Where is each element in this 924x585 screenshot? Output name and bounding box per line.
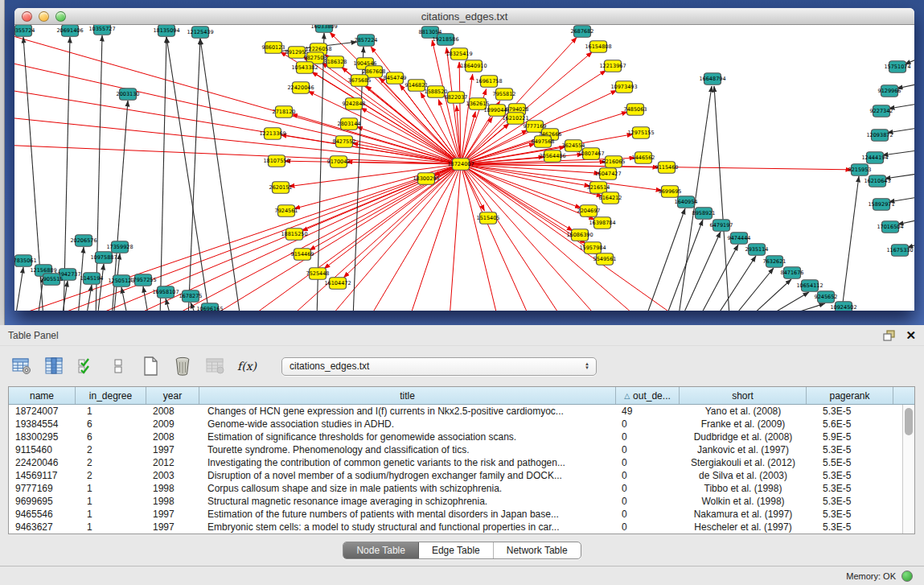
graph-node[interactable]: 9355724 xyxy=(14,25,35,36)
graph-node[interactable]: 10975887 xyxy=(90,252,117,264)
graph-node[interactable]: 9154469 xyxy=(291,249,314,261)
graph-node[interactable]: 16104472 xyxy=(324,278,351,290)
graph-node[interactable]: 12093872 xyxy=(866,130,893,142)
graph-node[interactable]: 5905515 xyxy=(40,274,64,286)
graph-node[interactable]: 8215953 xyxy=(848,164,872,176)
minimize-button[interactable] xyxy=(39,11,49,22)
graph-node[interactable]: 6216065 xyxy=(602,156,626,168)
tab-network-table[interactable]: Network Table xyxy=(494,542,581,558)
graph-node[interactable]: 12213369 xyxy=(259,128,285,140)
graph-node[interactable]: 20206576 xyxy=(70,235,97,247)
graph-node[interactable]: 3675685 xyxy=(348,75,372,87)
network-window-titlebar[interactable]: citations_edges.txt xyxy=(14,8,914,25)
graph-node[interactable]: 16086390 xyxy=(566,229,593,241)
graph-node[interactable]: 9474444 xyxy=(728,233,751,245)
vertical-scrollbar[interactable] xyxy=(902,405,914,534)
graph-node[interactable]: 2204697 xyxy=(577,205,601,217)
row-height-icon[interactable] xyxy=(108,356,129,377)
graph-node[interactable]: 9227342 xyxy=(870,105,893,117)
graph-node[interactable]: 12444194 xyxy=(861,152,888,164)
graph-node[interactable]: 8186328 xyxy=(324,56,347,68)
graph-node[interactable]: 16961758 xyxy=(475,76,502,88)
column-header-year[interactable]: year xyxy=(146,387,199,404)
graph-node[interactable]: 9699695 xyxy=(659,186,682,198)
graph-node[interactable]: 15751074 xyxy=(884,61,910,73)
graph-node[interactable]: 16648794 xyxy=(699,73,725,85)
graph-node[interactable]: 16047427 xyxy=(594,168,621,180)
column-header-pagerank[interactable]: pagerank xyxy=(807,387,893,404)
table-row[interactable]: 1456911722003Disruption of a novel membe… xyxy=(9,469,914,482)
graph-node[interactable]: 1446562 xyxy=(632,152,655,164)
graph-node[interactable]: 10355727 xyxy=(88,25,115,35)
select-rows-icon[interactable] xyxy=(76,356,97,377)
graph-node[interactable]: 7632621 xyxy=(763,256,786,268)
graph-node[interactable]: 2620151 xyxy=(269,182,293,194)
graph-node[interactable]: 12213967 xyxy=(599,60,626,72)
table-row[interactable]: 1830029562008Estimation of significance … xyxy=(9,431,914,443)
graph-node[interactable]: 8427552 xyxy=(333,136,356,148)
graph-node[interactable]: 6497568 xyxy=(532,136,555,148)
graph-node[interactable]: 20691406 xyxy=(56,25,83,36)
column-header-out_de[interactable]: △out_de... xyxy=(616,387,680,404)
graph-node[interactable]: 15892971 xyxy=(868,199,894,211)
graph-node[interactable]: 6822037 xyxy=(445,92,468,104)
function-icon[interactable]: f(x) xyxy=(236,356,257,377)
graph-node[interactable]: 9860123 xyxy=(262,42,285,54)
tab-edge-table[interactable]: Edge Table xyxy=(419,542,494,558)
graph-node[interactable]: 8471676 xyxy=(781,267,804,279)
graph-node[interactable]: 11675330 xyxy=(886,245,913,257)
graph-node[interactable]: 2803144 xyxy=(338,118,361,130)
column-header-in_degree[interactable]: in_degree xyxy=(76,387,146,404)
graph-node[interactable]: 17835061 xyxy=(14,255,37,267)
table-row[interactable]: 2242004622012Investigating the contribut… xyxy=(9,456,914,469)
attribute-table[interactable]: namein_degreeyeartitle△out_de...shortpag… xyxy=(8,386,915,534)
scrollbar-thumb[interactable] xyxy=(905,408,913,435)
column-header-short[interactable]: short xyxy=(680,387,807,404)
tab-node-table[interactable]: Node Table xyxy=(343,542,419,558)
graph-node[interactable]: 2935114 xyxy=(745,244,769,256)
graph-node[interactable]: 18640910 xyxy=(460,60,487,72)
graph-node[interactable]: 3216514 xyxy=(587,182,610,194)
citation-network-graph[interactable]: 1872400718300295986012389129551222605898… xyxy=(14,25,914,311)
graph-node[interactable]: 9129966 xyxy=(878,85,901,97)
table-row[interactable]: 977716911998Corpus callosum shape and si… xyxy=(9,482,914,495)
graph-node[interactable]: 6164212 xyxy=(599,192,622,204)
graph-node[interactable]: 7955812 xyxy=(493,89,516,101)
graph-node[interactable]: 10696165 xyxy=(196,303,223,311)
graph-node[interactable]: 10924502 xyxy=(830,302,856,311)
table-row[interactable]: 946554611997Estimation of the future num… xyxy=(9,508,914,521)
graph-node[interactable]: 8454749 xyxy=(384,72,407,84)
graph-node[interactable]: 7525448 xyxy=(306,268,330,280)
graph-node[interactable]: 10654112 xyxy=(796,280,823,292)
float-window-icon[interactable] xyxy=(883,330,896,341)
column-header-title[interactable]: title xyxy=(199,387,616,404)
network-canvas[interactable]: 1872400718300295986012389129551222605898… xyxy=(14,25,914,311)
delete-icon[interactable] xyxy=(172,356,193,377)
column-select-icon[interactable] xyxy=(43,356,64,377)
graph-node[interactable]: 8958921 xyxy=(692,208,716,220)
column-header-name[interactable]: name xyxy=(9,387,76,404)
graph-node[interactable]: 17016504 xyxy=(877,221,903,233)
graph-node[interactable]: 1640954 xyxy=(675,196,698,208)
graph-node[interactable]: 16210643 xyxy=(864,175,890,187)
graph-node[interactable]: 16958107 xyxy=(152,286,179,299)
graph-node[interactable]: 5549561 xyxy=(593,253,617,266)
table-row[interactable]: 1938455462009Genome-wide association stu… xyxy=(9,418,914,431)
graph-node[interactable]: 7924561 xyxy=(275,205,298,217)
graph-node[interactable]: 1515405 xyxy=(477,212,500,225)
graph-node[interactable]: 18325419 xyxy=(446,48,472,60)
table-row[interactable]: 969969511998Structural magnetic resonanc… xyxy=(9,495,914,508)
graph-node[interactable]: 9170042 xyxy=(327,156,351,168)
graph-node[interactable]: 18135094 xyxy=(153,25,179,36)
graph-node[interactable]: 16033809 xyxy=(310,25,337,32)
graph-node[interactable]: 7485063 xyxy=(624,104,647,116)
new-document-icon[interactable] xyxy=(140,356,161,377)
graph-node[interactable]: 6479197 xyxy=(710,220,733,232)
table-row[interactable]: 911546021997Tourette syndrome. Phenomeno… xyxy=(9,443,914,456)
graph-node[interactable]: 16154808 xyxy=(585,41,611,53)
graph-node[interactable]: 12975155 xyxy=(627,127,654,139)
graph-node[interactable]: 12125439 xyxy=(187,27,213,39)
graph-node[interactable]: 2687682 xyxy=(571,26,594,38)
close-button[interactable] xyxy=(22,11,32,22)
network-view-window[interactable]: citations_edges.txt 18724007183002959860… xyxy=(14,8,914,311)
